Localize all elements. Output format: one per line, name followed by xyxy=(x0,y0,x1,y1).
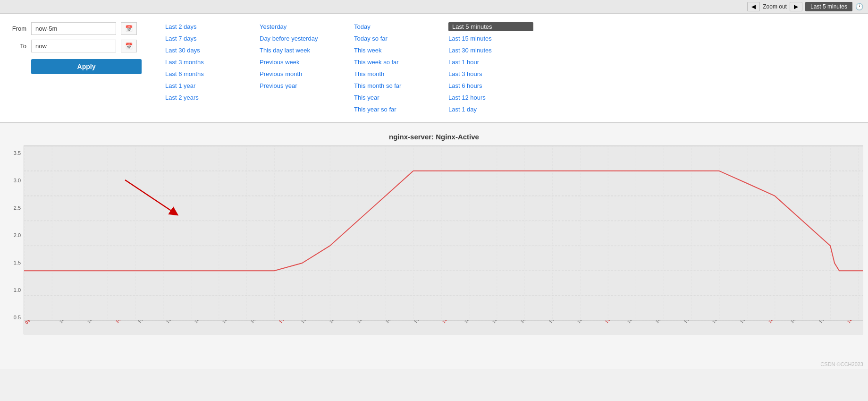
from-label: From xyxy=(9,25,26,32)
link-last-2-days[interactable]: Last 2 days xyxy=(165,22,250,31)
x-label-29: 18:52:20 xyxy=(818,320,834,324)
quick-col-2: Yesterday Day before yesterday This day … xyxy=(255,22,349,114)
link-last-30-minutes[interactable]: Last 30 minutes xyxy=(448,46,533,55)
x-label-17: 18:50:20 xyxy=(491,320,507,324)
x-label-27: 18:52 xyxy=(767,320,779,324)
link-today[interactable]: Today xyxy=(354,22,439,31)
nav-left-btn[interactable]: ◀ xyxy=(747,2,760,11)
y-label-3: 3.0 xyxy=(14,178,21,183)
from-calendar-btn[interactable]: 📅 xyxy=(121,22,137,35)
to-label: To xyxy=(9,43,26,50)
apply-button[interactable]: Apply xyxy=(31,59,142,74)
x-label-28: 18:52:10 xyxy=(790,320,805,324)
quick-col-3: Today Today so far This week This week s… xyxy=(349,22,444,114)
y-label-1: 1.0 xyxy=(14,287,21,293)
link-last-2-years[interactable]: Last 2 years xyxy=(165,93,250,102)
x-label-16: 18:50:10 xyxy=(463,320,479,324)
x-label-21: 18:51 xyxy=(604,320,615,324)
link-last-1-day[interactable]: Last 1 day xyxy=(448,105,533,114)
x-label-11: 18:49:20 xyxy=(329,320,344,324)
x-label-15: 18:50 xyxy=(441,320,453,324)
link-last-7-days[interactable]: Last 7 days xyxy=(165,34,250,43)
link-this-day-last-week[interactable]: This day last week xyxy=(260,46,345,55)
link-day-before-yesterday[interactable]: Day before yesterday xyxy=(260,34,345,43)
x-label-2: 18:47:50 xyxy=(86,320,102,324)
x-label-12: 18:49:30 xyxy=(356,320,372,324)
link-previous-year[interactable]: Previous year xyxy=(260,81,345,90)
x-label-20: 18:50:50 xyxy=(576,320,592,324)
from-row: From 📅 xyxy=(9,22,142,35)
x-label-5: 18:48:20 xyxy=(165,320,181,324)
svg-rect-0 xyxy=(24,146,863,321)
link-this-year[interactable]: This year xyxy=(354,93,439,102)
x-label-14: 18:49:50 xyxy=(413,320,429,324)
zoom-out-label: Zoom out xyxy=(763,3,787,10)
x-label-8: 18:48:50 xyxy=(250,320,265,324)
link-last-6-months[interactable]: Last 6 months xyxy=(165,69,250,78)
to-row: To 📅 xyxy=(9,40,142,52)
y-label-2-5: 2.5 xyxy=(14,205,21,211)
link-this-week[interactable]: This week xyxy=(354,46,439,55)
chart-title: nginx-server: Nginx-Active xyxy=(5,133,863,141)
y-label-2: 2.0 xyxy=(14,232,21,238)
to-calendar-btn[interactable]: 📅 xyxy=(121,40,137,52)
watermark: CSDN ©CCH2023 xyxy=(820,361,863,367)
link-yesterday[interactable]: Yesterday xyxy=(260,22,345,31)
top-bar: ◀ Zoom out ▶ Last 5 minutes 🕐 xyxy=(0,0,868,14)
link-this-month[interactable]: This month xyxy=(354,69,439,78)
x-label-7: 18:48:40 xyxy=(221,320,237,324)
clock-icon: 🕐 xyxy=(855,3,863,10)
quick-col-1: Last 2 days Last 7 days Last 30 days Las… xyxy=(160,22,255,114)
link-today-so-far[interactable]: Today so far xyxy=(354,34,439,43)
quick-col-4: Last 5 minutes Last 15 minutes Last 30 m… xyxy=(444,22,538,114)
link-last-3-months[interactable]: Last 3 months xyxy=(165,58,250,67)
link-last-6-hours[interactable]: Last 6 hours xyxy=(448,81,533,90)
link-last-3-hours[interactable]: Last 3 hours xyxy=(448,69,533,78)
x-label-4: 18:48:10 xyxy=(137,320,152,324)
x-label-10: 18:49:10 xyxy=(300,320,316,324)
y-label-3-5: 3.5 xyxy=(14,150,21,156)
link-last-5-minutes[interactable]: Last 5 minutes xyxy=(448,22,533,31)
x-label-13: 18:49:40 xyxy=(385,320,400,324)
link-this-week-so-far[interactable]: This week so far xyxy=(354,58,439,67)
active-range-label[interactable]: Last 5 minutes xyxy=(805,2,852,11)
link-last-12-hours[interactable]: Last 12 hours xyxy=(448,93,533,102)
picker-panel: From 📅 To 📅 Apply Last 2 days Last 7 day… xyxy=(0,14,868,123)
x-label-0: 08-14 18:47 xyxy=(24,320,43,325)
x-label-22: 18:51:10 xyxy=(626,320,642,324)
x-label-1: 18:47:40 xyxy=(59,320,74,324)
link-last-15-minutes[interactable]: Last 15 minutes xyxy=(448,34,533,43)
link-previous-month[interactable]: Previous month xyxy=(260,69,345,78)
quick-links-grid: Last 2 days Last 7 days Last 30 days Las… xyxy=(160,22,859,114)
y-label-1-5: 1.5 xyxy=(14,260,21,265)
y-label-0-5: 0.5 xyxy=(14,315,21,320)
x-label-3: 18:48 xyxy=(115,320,126,324)
x-label-19: 18:50:40 xyxy=(548,320,564,324)
x-label-9: 18:49 xyxy=(278,320,289,324)
from-input[interactable] xyxy=(31,22,116,35)
link-previous-week[interactable]: Previous week xyxy=(260,58,345,67)
form-section: From 📅 To 📅 Apply xyxy=(9,22,142,114)
x-label-24: 18:51:30 xyxy=(683,320,699,324)
x-label-18: 18:50:30 xyxy=(520,320,535,324)
nav-right-btn[interactable]: ▶ xyxy=(790,2,802,11)
x-label-25: 18:51:40 xyxy=(711,320,727,324)
x-label-30: 14 18:52 xyxy=(846,320,862,324)
link-last-1-hour[interactable]: Last 1 hour xyxy=(448,58,533,67)
link-last-1-year[interactable]: Last 1 year xyxy=(165,81,250,90)
to-input[interactable] xyxy=(31,40,116,52)
link-this-year-so-far[interactable]: This year so far xyxy=(354,105,439,114)
link-this-month-so-far[interactable]: This month so far xyxy=(354,81,439,90)
x-label-26: 18:51:50 xyxy=(739,320,755,324)
chart-area: nginx-server: Nginx-Active 3.5 3.0 2.5 2… xyxy=(0,123,868,369)
chart-svg xyxy=(24,146,863,321)
link-last-30-days[interactable]: Last 30 days xyxy=(165,46,250,55)
x-label-6: 18:48:30 xyxy=(194,320,209,324)
x-label-23: 18:51:20 xyxy=(655,320,670,324)
